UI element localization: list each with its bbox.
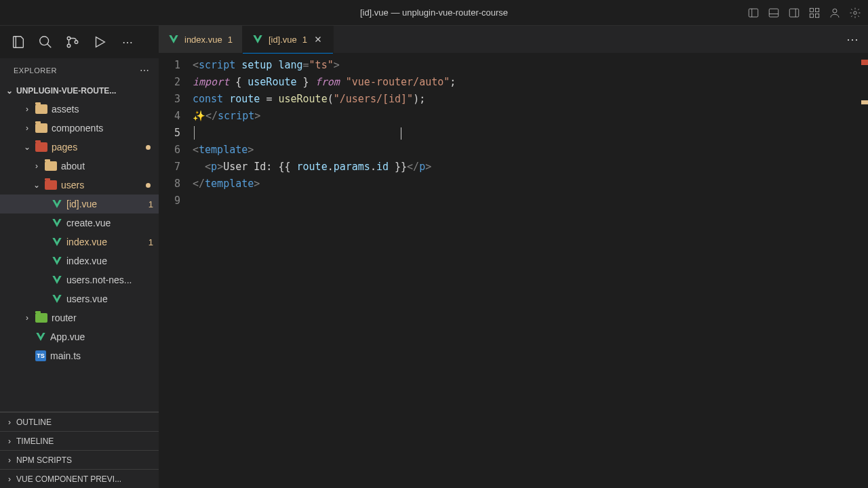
project-section-header[interactable]: ⌄ UNPLUGIN-VUE-ROUTE... bbox=[0, 82, 159, 100]
section-label: NPM SCRIPTS bbox=[16, 455, 72, 465]
layout-panel-left-icon[interactable] bbox=[747, 7, 760, 19]
vue-file-icon bbox=[35, 331, 46, 342]
explorer-header: EXPLORER ⋯ bbox=[0, 58, 159, 82]
folder-components[interactable]: › components bbox=[0, 119, 159, 138]
cursor bbox=[194, 126, 195, 140]
source-control-icon[interactable] bbox=[65, 35, 80, 49]
folder-label: pages bbox=[52, 142, 142, 152]
svg-point-16 bbox=[75, 41, 78, 44]
code-line: import { useRoute } from "vue-router/aut… bbox=[193, 74, 868, 91]
line-number: 1 bbox=[159, 57, 180, 74]
timeline-section[interactable]: › TIMELINE bbox=[0, 431, 159, 450]
tab-label: index.vue bbox=[184, 35, 222, 45]
editor-tabs: index.vue 1 [id].vue 1 ⋯ bbox=[159, 26, 868, 53]
file-users-index-vue[interactable]: index.vue 1 bbox=[0, 232, 159, 251]
editor-more-actions[interactable]: ⋯ bbox=[838, 26, 868, 53]
vue-file-icon bbox=[52, 293, 62, 304]
file-pages-index-vue[interactable]: index.vue bbox=[0, 251, 159, 270]
file-users-vue[interactable]: users.vue bbox=[0, 289, 159, 308]
folder-users[interactable]: ⌄ users bbox=[0, 176, 159, 195]
code-line bbox=[193, 125, 868, 142]
folder-label: users bbox=[61, 180, 142, 190]
chevron-right-icon: › bbox=[5, 436, 14, 446]
chevron-down-icon: ⌄ bbox=[23, 142, 31, 152]
sidebar: ⋯ EXPLORER ⋯ ⌄ UNPLUGIN-VUE-ROUTE... › a… bbox=[0, 26, 159, 488]
svg-rect-2 bbox=[769, 9, 778, 17]
code-line: ✨</script> bbox=[193, 108, 868, 125]
tab-close-button[interactable] bbox=[313, 34, 323, 45]
folder-icon bbox=[35, 123, 47, 133]
explorer-label: EXPLORER bbox=[14, 66, 57, 75]
activity-more-icon[interactable]: ⋯ bbox=[122, 36, 133, 49]
ruler-error-mark bbox=[861, 60, 868, 65]
folder-router[interactable]: › router bbox=[0, 308, 159, 327]
chevron-down-icon: ⌄ bbox=[33, 180, 41, 190]
folder-about[interactable]: › about bbox=[0, 157, 159, 176]
line-gutter: 1 2 3 4 5 6 7 8 9 bbox=[159, 57, 193, 488]
svg-rect-8 bbox=[810, 14, 813, 17]
svg-point-12 bbox=[40, 37, 49, 45]
svg-rect-0 bbox=[749, 9, 758, 17]
file-create-vue[interactable]: create.vue bbox=[0, 214, 159, 232]
code-editor[interactable]: 1 2 3 4 5 6 7 8 9 <script setup lang="ts… bbox=[159, 53, 868, 488]
folder-icon bbox=[45, 161, 57, 171]
tab-badge: 1 bbox=[228, 35, 233, 45]
folder-assets[interactable]: › assets bbox=[0, 100, 159, 119]
file-label: users.not-nes... bbox=[66, 274, 153, 285]
folder-label: assets bbox=[52, 104, 153, 115]
tab-badge: 1 bbox=[302, 35, 307, 45]
file-label: create.vue bbox=[66, 218, 153, 228]
explorer-icon[interactable] bbox=[11, 35, 26, 49]
folder-pages[interactable]: ⌄ pages bbox=[0, 138, 159, 157]
problem-badge: 1 bbox=[149, 199, 153, 209]
code-line: <template> bbox=[193, 142, 868, 159]
vue-preview-section[interactable]: › VUE COMPONENT PREVI... bbox=[0, 469, 159, 488]
file-label: [id].vue bbox=[66, 199, 140, 209]
editor-area: index.vue 1 [id].vue 1 ⋯ 1 2 3 4 5 6 7 8 bbox=[159, 26, 868, 488]
outline-section[interactable]: › OUTLINE bbox=[0, 412, 159, 431]
modified-indicator bbox=[146, 145, 151, 150]
settings-gear-icon[interactable] bbox=[849, 7, 861, 19]
line-number: 9 bbox=[159, 192, 180, 209]
npm-scripts-section[interactable]: › NPM SCRIPTS bbox=[0, 450, 159, 469]
sidebar-bottom-sections: › OUTLINE › TIMELINE › NPM SCRIPTS › VUE… bbox=[0, 411, 159, 488]
project-name: UNPLUGIN-VUE-ROUTE... bbox=[16, 86, 116, 96]
line-number: 7 bbox=[159, 159, 180, 176]
account-icon[interactable] bbox=[829, 7, 841, 19]
search-icon[interactable] bbox=[38, 35, 53, 49]
tab-index-vue[interactable]: index.vue 1 bbox=[159, 26, 243, 53]
folder-icon bbox=[35, 104, 47, 114]
file-users-not-nested[interactable]: users.not-nes... bbox=[0, 270, 159, 289]
run-debug-icon[interactable] bbox=[92, 35, 107, 49]
folder-label: components bbox=[52, 123, 153, 134]
line-number: 2 bbox=[159, 74, 180, 91]
code-line: <script setup lang="ts"> bbox=[193, 57, 868, 74]
overview-ruler[interactable] bbox=[859, 53, 868, 488]
layout-panel-bottom-icon[interactable] bbox=[768, 7, 780, 19]
svg-rect-6 bbox=[810, 8, 813, 12]
line-number: 5 bbox=[159, 125, 180, 142]
problem-badge: 1 bbox=[149, 237, 153, 247]
ruler-warning-mark bbox=[861, 100, 868, 104]
section-label: OUTLINE bbox=[16, 418, 52, 427]
titlebar: [id].vue — unplugin-vue-router-course bbox=[0, 0, 868, 26]
tab-id-vue[interactable]: [id].vue 1 bbox=[243, 26, 334, 53]
chevron-right-icon: › bbox=[5, 474, 14, 484]
vue-file-icon bbox=[52, 199, 62, 209]
layout-grid-icon[interactable] bbox=[808, 7, 821, 19]
code-line: const route = useRoute("/users/[id]"); bbox=[193, 91, 868, 108]
section-label: VUE COMPONENT PREVI... bbox=[16, 474, 121, 484]
vue-file-icon bbox=[52, 256, 62, 266]
file-app-vue[interactable]: App.vue bbox=[0, 327, 159, 346]
file-label: index.vue bbox=[66, 237, 140, 247]
code-content[interactable]: <script setup lang="ts"> import { useRou… bbox=[193, 57, 868, 488]
line-number: 4 bbox=[159, 108, 180, 125]
layout-panel-right-icon[interactable] bbox=[788, 7, 800, 19]
file-main-ts[interactable]: TS main.ts bbox=[0, 346, 159, 365]
code-line: <p>User Id: {{ route.params.id }}</p> bbox=[193, 159, 868, 176]
svg-rect-4 bbox=[789, 9, 799, 17]
file-id-vue[interactable]: [id].vue 1 bbox=[0, 195, 159, 214]
explorer-more-icon[interactable]: ⋯ bbox=[140, 65, 150, 76]
line-number: 8 bbox=[159, 176, 180, 192]
line-number: 6 bbox=[159, 142, 180, 159]
